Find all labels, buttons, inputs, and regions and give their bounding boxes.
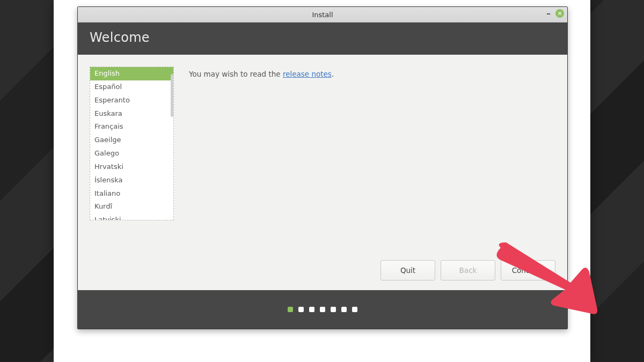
language-option[interactable]: Euskara — [90, 107, 173, 121]
page-header: Welcome — [78, 23, 567, 55]
language-option[interactable]: Latviski — [90, 213, 173, 220]
page-title: Welcome — [90, 30, 555, 45]
minimize-icon[interactable]: – — [545, 10, 552, 17]
release-notes-link[interactable]: release notes — [283, 70, 332, 78]
window-controls: – ✕ — [545, 9, 564, 18]
screenshot-frame: Install – ✕ Welcome EnglishEspañolEspera… — [54, 0, 590, 362]
content-area: EnglishEspañolEsperantoEuskaraFrançaisGa… — [78, 55, 567, 290]
quit-button[interactable]: Quit — [380, 260, 435, 280]
language-option[interactable]: Français — [90, 120, 173, 134]
language-option[interactable]: Español — [90, 80, 173, 94]
language-option[interactable]: Kurdî — [90, 200, 173, 213]
navigation-buttons: Quit Back Continue — [380, 260, 555, 280]
window-titlebar[interactable]: Install – ✕ — [78, 7, 567, 23]
progress-dot — [288, 307, 293, 312]
window-title: Install — [78, 11, 567, 19]
language-option[interactable]: Íslenska — [90, 174, 173, 187]
language-option[interactable]: Hrvatski — [90, 160, 173, 174]
language-option[interactable]: Esperanto — [90, 94, 173, 107]
progress-dot — [341, 307, 347, 312]
close-icon[interactable]: ✕ — [555, 9, 564, 18]
installer-window: Install – ✕ Welcome EnglishEspañolEspera… — [77, 6, 568, 329]
language-selector: EnglishEspañolEsperantoEuskaraFrançaisGa… — [90, 67, 174, 220]
progress-dot — [352, 307, 357, 312]
info-text: You may wish to read the release notes. — [189, 67, 555, 278]
progress-dots — [78, 290, 567, 329]
progress-dot — [331, 307, 336, 312]
progress-dot — [320, 307, 325, 312]
scrollbar-thumb[interactable] — [171, 74, 173, 117]
language-option[interactable]: Galego — [90, 147, 173, 160]
language-list[interactable]: EnglishEspañolEsperantoEuskaraFrançaisGa… — [90, 67, 173, 220]
back-button[interactable]: Back — [441, 260, 495, 280]
desktop-background: Install – ✕ Welcome EnglishEspañolEspera… — [0, 0, 644, 362]
language-option[interactable]: Italiano — [90, 187, 173, 201]
language-option[interactable]: English — [90, 67, 173, 80]
info-suffix: . — [332, 70, 334, 78]
language-option[interactable]: Gaeilge — [90, 134, 173, 147]
info-prefix: You may wish to read the — [189, 70, 283, 78]
continue-button[interactable]: Continue — [501, 260, 555, 280]
progress-dot — [298, 307, 304, 312]
progress-dot — [309, 307, 314, 312]
